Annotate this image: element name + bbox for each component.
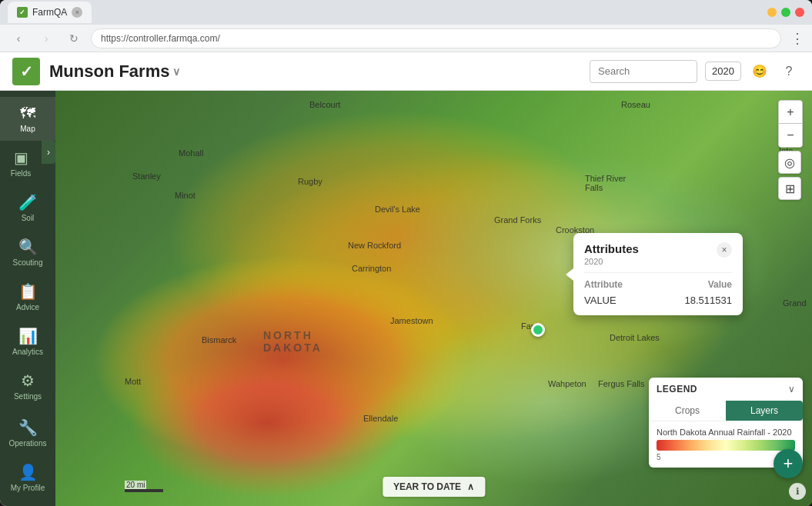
attr-val-value: 18.511531 <box>685 295 732 306</box>
popup-year: 2020 <box>584 257 639 266</box>
farm-dropdown-arrow[interactable]: ∨ <box>172 65 180 78</box>
scale-label: 20 mi <box>125 481 146 489</box>
help-icon[interactable]: ? <box>778 61 800 82</box>
map-controls: + − ◎ ⊞ <box>778 100 803 200</box>
grid-button[interactable]: ⊞ <box>778 177 801 200</box>
advice-icon: 📋 <box>18 282 38 301</box>
info-button[interactable]: ℹ <box>789 483 806 500</box>
window-controls <box>767 8 804 17</box>
ytd-label: YEAR TO DATE <box>393 481 461 492</box>
sidebar-analytics-label: Analytics <box>12 348 43 356</box>
popup-column-headers: Attribute Value <box>584 279 732 290</box>
soil-icon: 🧪 <box>18 193 38 211</box>
app-logo: ✓ <box>12 58 40 85</box>
sidebar-item-soil[interactable]: 🧪 Soil <box>0 185 55 230</box>
attribute-row-value: VALUE 18.511531 <box>584 295 732 306</box>
sidebar: 🗺 Map ▣ Fields › 🧪 Soil 🔍 Scouting <box>0 91 55 506</box>
col-value: Value <box>708 279 732 290</box>
sidebar-fields-label: Fields <box>11 169 32 178</box>
legend-tab-crops[interactable]: Crops <box>649 401 726 421</box>
popup-title-group: Attributes 2020 <box>584 242 639 266</box>
zoom-out-button[interactable]: − <box>779 124 802 147</box>
map-icon: 🗺 <box>20 105 35 122</box>
year-badge[interactable]: 2020 <box>705 62 741 81</box>
legend-expand-button[interactable]: ∨ <box>788 384 795 394</box>
sidebar-item-scouting[interactable]: 🔍 Scouting <box>0 230 55 275</box>
ytd-expand-icon: ∧ <box>467 481 474 492</box>
browser-menu-button[interactable]: ⋮ <box>790 30 804 47</box>
sidebar-item-settings[interactable]: ⚙ Settings <box>0 364 55 408</box>
farm-name[interactable]: Munson Farms ∨ <box>49 62 180 82</box>
sidebar-soil-label: Soil <box>22 214 35 222</box>
location-marker <box>531 323 545 337</box>
sidebar-item-fields[interactable]: ▣ Fields <box>0 141 42 185</box>
popup-header: Attributes 2020 × <box>573 233 743 272</box>
url-text: https://controller.farmqa.com/ <box>101 33 220 44</box>
tab-title: FarmQA <box>32 7 67 18</box>
header-right: 2020 😊 ? <box>590 60 800 83</box>
year-to-date-bar[interactable]: YEAR TO DATE ∧ <box>383 477 485 497</box>
add-button[interactable]: + <box>774 449 803 478</box>
logo-checkmark: ✓ <box>20 62 33 81</box>
analytics-icon: 📊 <box>18 327 38 345</box>
close-button[interactable] <box>795 8 804 17</box>
back-button[interactable]: ‹ <box>8 28 29 49</box>
sidebar-scouting-label: Scouting <box>13 258 43 267</box>
tab-close-button[interactable]: × <box>72 7 82 18</box>
maximize-button[interactable] <box>781 8 790 17</box>
scouting-icon: 🔍 <box>18 238 38 256</box>
sidebar-profile-label: My Profile <box>11 484 45 492</box>
search-input[interactable] <box>590 60 697 83</box>
legend-layer-label: North Dakota Annual Rainfall - 2020 <box>657 428 795 437</box>
settings-icon: ⚙ <box>21 371 35 390</box>
zoom-control-group: + − <box>778 100 803 148</box>
browser-toolbar: ‹ › ↻ https://controller.farmqa.com/ ⋮ <box>0 25 812 52</box>
farm-name-text: Munson Farms <box>49 62 169 82</box>
sidebar-map-label: Map <box>20 125 35 133</box>
popup-table: Attribute Value VALUE 18.511531 <box>573 273 743 315</box>
app-container: ✓ Munson Farms ∨ 2020 😊 ? 🗺 Map <box>0 52 812 506</box>
browser-titlebar: ✓ FarmQA × <box>0 0 812 25</box>
legend-tab-layers[interactable]: Layers <box>726 401 803 421</box>
profile-icon: 👤 <box>18 463 38 481</box>
legend-tabs: Crops Layers <box>649 401 803 421</box>
forward-button[interactable]: › <box>35 28 57 49</box>
legend-header: LEGEND ∨ <box>649 378 803 401</box>
sidebar-item-advice[interactable]: 📋 Advice <box>0 275 55 319</box>
legend-color-bar <box>657 440 795 451</box>
refresh-button[interactable]: ↻ <box>63 28 85 49</box>
address-bar[interactable]: https://controller.farmqa.com/ <box>91 28 781 48</box>
main-content: 🗺 Map ▣ Fields › 🧪 Soil 🔍 Scouting <box>0 91 812 506</box>
sidebar-operations-label: Operations <box>9 439 47 448</box>
attributes-popup: Attributes 2020 × Attribute Value VALUE <box>573 233 743 315</box>
scale-line <box>125 489 163 492</box>
sidebar-expand-button[interactable]: › <box>42 141 55 164</box>
sidebar-advice-label: Advice <box>16 303 39 311</box>
operations-icon: 🔧 <box>18 418 38 437</box>
scale-bar: 20 mi <box>125 481 163 492</box>
legend-title: LEGEND <box>657 384 697 394</box>
sidebar-settings-label: Settings <box>14 392 42 401</box>
minimize-button[interactable] <box>767 8 777 17</box>
popup-arrow <box>566 268 573 281</box>
col-attribute: Attribute <box>584 279 623 290</box>
zoom-in-button[interactable]: + <box>779 101 802 124</box>
fields-icon: ▣ <box>14 148 28 167</box>
browser-window: ✓ FarmQA × ‹ › ↻ https://controller.farm… <box>0 0 812 506</box>
sidebar-item-analytics[interactable]: 📊 Analytics <box>0 319 55 364</box>
map-area[interactable]: NORTHDAKOTA Belcourt Roseau Mohall Stanl… <box>55 91 812 506</box>
popup-title: Attributes <box>584 242 639 255</box>
popup-close-button[interactable]: × <box>717 242 732 258</box>
legend-scale-min: 5 <box>657 453 661 461</box>
user-icon[interactable]: 😊 <box>749 61 770 82</box>
locate-button[interactable]: ◎ <box>778 151 801 174</box>
sidebar-item-my-profile[interactable]: 👤 My Profile <box>0 455 55 500</box>
app-header: ✓ Munson Farms ∨ 2020 😊 ? <box>0 52 812 91</box>
sidebar-item-operations[interactable]: 🔧 Operations <box>0 411 55 455</box>
attr-key-value: VALUE <box>584 295 617 306</box>
browser-tab[interactable]: ✓ FarmQA × <box>8 2 92 23</box>
sidebar-item-map[interactable]: 🗺 Map <box>0 97 55 141</box>
